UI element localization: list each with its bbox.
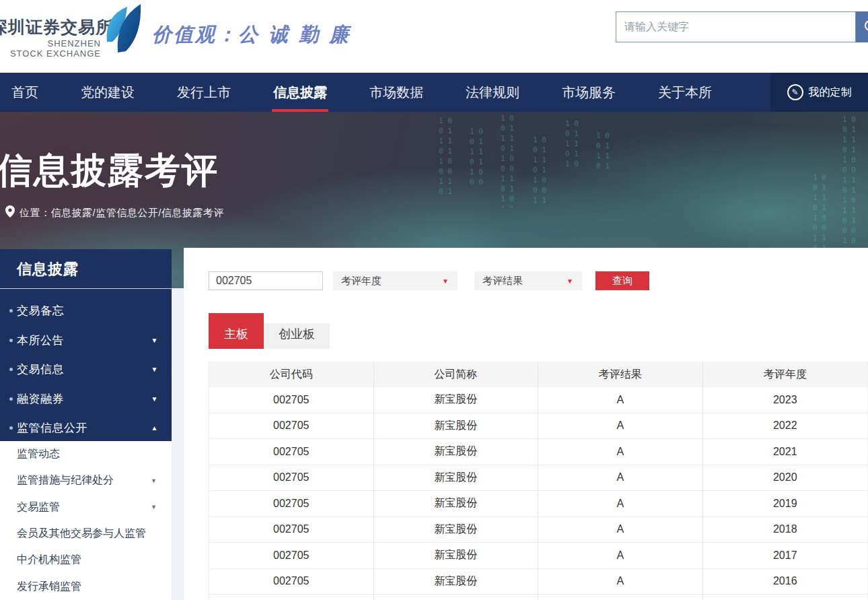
sidebar-subitem-trading-supervision[interactable]: 交易监管 ▼ xyxy=(0,494,172,521)
sidebar-item-label: 交易信息 xyxy=(17,362,64,377)
sidebar-subitem-label: 监管措施与纪律处分 xyxy=(17,473,114,488)
sidebar-subitem-label: 监管动态 xyxy=(17,447,60,461)
sidebar-item-exchange-notices[interactable]: 本所公告 ▼ xyxy=(0,326,172,356)
nav-item-party-building[interactable]: 党的建设 xyxy=(81,73,135,112)
sidebar-item-trading-info[interactable]: 交易信息 ▼ xyxy=(0,355,172,385)
binary-texture: 1 0 0 1 1 1 0 1 1 0 0 0 1 1 0 1 1 0 1 1 … xyxy=(439,116,452,197)
cell-evaluation-year: 2023 xyxy=(703,387,868,413)
cell-evaluation-result: A xyxy=(538,465,703,491)
sidebar-subitem-label: 交易监管 xyxy=(17,500,60,514)
binary-texture: 1 0 0 1 1 1 0 1 1 0 0 0 1 1 0 1 1 0 1 1 … xyxy=(470,127,483,187)
cell-company-name: 新宝股份 xyxy=(374,387,539,413)
cell-evaluation-result: A xyxy=(538,413,703,439)
sidebar-item-label: 本所公告 xyxy=(17,333,64,348)
cell-company-code: 002705 xyxy=(209,543,374,568)
query-button[interactable]: 查询 xyxy=(595,271,649,290)
evaluation-table: 公司代码 公司简称 考评结果 考评年度 002705 新宝股份 A 2023 0… xyxy=(209,362,868,600)
company-code-input[interactable] xyxy=(209,271,323,290)
cell-evaluation-year: 2019 xyxy=(703,491,868,516)
my-customization-button[interactable]: ✎ 我的定制 xyxy=(770,73,868,112)
cell-evaluation-year: 2022 xyxy=(703,413,868,439)
evaluation-result-label: 考评结果 xyxy=(482,275,523,288)
main-content-panel: 考评年度 ▼ 考评结果 ▼ 查询 主板 创业板 公司代码 公司简称 考评结果 考… xyxy=(184,248,868,600)
table-row-partial xyxy=(209,595,867,600)
cell-company-name: 新宝股份 xyxy=(374,465,539,491)
sidebar-subitem-label: 发行承销监管 xyxy=(17,580,81,594)
cell-company-code: 002705 xyxy=(209,517,374,543)
logo-text-en-line1: SHENZHEN xyxy=(0,38,101,48)
cell-evaluation-year: 2016 xyxy=(703,569,868,595)
table-row: 002705 新宝股份 A 2022 xyxy=(209,413,867,440)
nav-item-disclosure[interactable]: 信息披露 xyxy=(273,73,327,112)
sidebar: 信息披露 交易备忘 本所公告 ▼ 交易信息 ▼ 融资融券 ▼ xyxy=(0,249,172,600)
cell-company-code: 002705 xyxy=(209,387,374,413)
sidebar-menu: 交易备忘 本所公告 ▼ 交易信息 ▼ 融资融券 ▼ 监管信息公开 ▲ xyxy=(0,289,172,443)
sidebar-item-label: 交易备忘 xyxy=(17,303,64,319)
szse-logo-icon xyxy=(100,3,142,58)
cell-company-name: 新宝股份 xyxy=(374,491,539,516)
chevron-down-icon: ▼ xyxy=(151,504,157,510)
sidebar-title: 信息披露 xyxy=(0,249,172,279)
cell-company-name: 新宝股份 xyxy=(374,543,539,568)
cell-company-code: 002705 xyxy=(209,465,374,491)
sidebar-submenu: 监管动态 监管措施与纪律处分 ▼ 交易监管 ▼ 会员及其他交易参与人监管 中介机… xyxy=(0,441,172,600)
breadcrumb-text: 位置：信息披露/监管信息公开/信息披露考评 xyxy=(20,207,224,220)
value-slogan: 价值观：公 诚 勤 廉 xyxy=(152,22,351,48)
site-header: 深圳证券交易所 SHENZHEN STOCK EXCHANGE 价值观：公 诚 … xyxy=(0,0,868,73)
cell-evaluation-result: A xyxy=(538,387,703,413)
sidebar-subitem-measures-discipline[interactable]: 监管措施与纪律处分 ▼ xyxy=(0,467,172,494)
site-search-input[interactable] xyxy=(616,12,855,42)
table-row: 002705 新宝股份 A 2018 xyxy=(209,517,867,543)
sidebar-item-margin-trading[interactable]: 融资融券 ▼ xyxy=(0,385,172,414)
cell-company-name: 新宝股份 xyxy=(374,517,539,543)
chevron-up-icon: ▲ xyxy=(151,424,158,432)
cell-evaluation-result: A xyxy=(538,439,703,465)
site-search-box xyxy=(616,11,856,42)
cell-evaluation-result: A xyxy=(538,517,703,543)
nav-item-home[interactable]: 首页 xyxy=(11,73,38,112)
sidebar-subitem-underwriting-supervision[interactable]: 发行承销监管 xyxy=(0,573,172,599)
sidebar-subitem-intermediary-supervision[interactable]: 中介机构监管 xyxy=(0,547,172,573)
sidebar-section-disclosure: 信息披露 交易备忘 本所公告 ▼ 交易信息 ▼ 融资融券 ▼ xyxy=(0,249,172,441)
logo-text-cn: 深圳证券交易所 xyxy=(0,16,101,38)
evaluation-year-label: 考评年度 xyxy=(341,275,382,288)
tab-chinext-board[interactable]: 创业板 xyxy=(264,323,330,349)
table-row: 002705 新宝股份 A 2016 xyxy=(209,569,867,595)
sidebar-item-regulatory-disclosure[interactable]: 监管信息公开 ▲ xyxy=(0,413,172,443)
table-row: 002705 新宝股份 A 2019 xyxy=(209,491,867,517)
sidebar-subitem-member-supervision[interactable]: 会员及其他交易参与人监管 xyxy=(0,521,172,547)
cell-company-code: 002705 xyxy=(209,439,374,465)
binary-texture: 1 0 0 1 1 1 0 1 1 0 0 0 1 1 0 1 1 0 1 1 … xyxy=(533,135,546,205)
chevron-down-icon: ▼ xyxy=(151,395,158,403)
site-search-button[interactable] xyxy=(856,11,868,42)
cell-evaluation-year: 2020 xyxy=(703,465,868,491)
tab-main-board[interactable]: 主板 xyxy=(209,313,264,349)
cell-company-code: 002705 xyxy=(209,413,374,439)
nav-item-market-services[interactable]: 市场服务 xyxy=(562,73,616,112)
binary-texture: 1 0 0 1 1 1 0 1 1 0 0 0 1 1 0 1 1 0 1 1 … xyxy=(813,172,826,253)
sidebar-subitem-label: 中介机构监管 xyxy=(17,553,81,567)
cell-company-name: 新宝股份 xyxy=(374,569,539,595)
nav-item-about[interactable]: 关于本所 xyxy=(658,73,712,112)
sidebar-subitem-regulatory-news[interactable]: 监管动态 xyxy=(0,441,172,467)
evaluation-result-select[interactable]: 考评结果 ▼ xyxy=(474,271,582,290)
dropdown-arrow-icon: ▼ xyxy=(567,277,573,285)
cell-company-code: 002705 xyxy=(209,491,374,516)
sidebar-subitem-label: 会员及其他交易参与人监管 xyxy=(17,527,146,541)
binary-texture: 1 0 0 1 1 1 0 1 1 0 0 0 1 1 0 1 1 0 1 1 … xyxy=(596,131,610,171)
binary-texture: 1 0 0 1 1 1 0 1 1 0 0 0 1 1 0 1 1 0 1 1 … xyxy=(842,114,856,256)
main-nav: 首页 党的建设 发行上市 信息披露 市场数据 法律规则 市场服务 关于本所 ✎ … xyxy=(0,73,868,112)
binary-texture: 1 0 0 1 1 1 0 1 1 0 0 0 1 1 0 1 1 0 1 1 … xyxy=(501,113,514,207)
evaluation-year-select[interactable]: 考评年度 ▼ xyxy=(333,271,458,290)
chevron-down-icon: ▼ xyxy=(151,366,158,373)
column-header-evaluation-year: 考评年度 xyxy=(703,362,868,387)
nav-item-rules[interactable]: 法律规则 xyxy=(466,73,519,112)
cell-evaluation-year: 2021 xyxy=(703,439,868,465)
breadcrumb: 位置：信息披露/监管信息公开/信息披露考评 xyxy=(5,205,224,220)
sidebar-item-trading-memo[interactable]: 交易备忘 xyxy=(0,296,172,326)
table-row: 002705 新宝股份 A 2017 xyxy=(209,543,867,569)
nav-item-listing[interactable]: 发行上市 xyxy=(177,73,231,112)
nav-item-market-data[interactable]: 市场数据 xyxy=(369,73,423,112)
table-row: 002705 新宝股份 A 2023 xyxy=(209,387,867,413)
dropdown-arrow-icon: ▼ xyxy=(442,277,449,285)
